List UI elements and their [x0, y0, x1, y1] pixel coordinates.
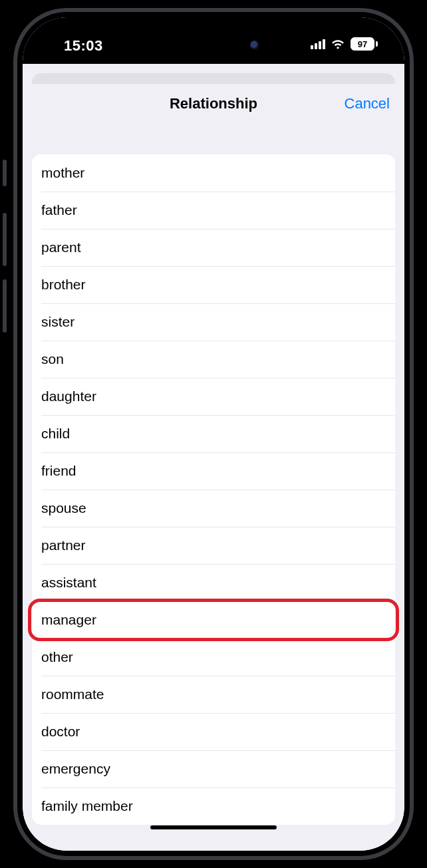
modal-sheet: Relationship Cancel motherfatherparentbr…: [23, 84, 404, 851]
front-camera-icon: [250, 41, 259, 50]
status-right-cluster: 97: [311, 37, 378, 51]
navbar: Relationship Cancel: [23, 84, 404, 124]
relationship-option-sister[interactable]: sister: [32, 303, 395, 341]
relationship-option-emergency[interactable]: emergency: [32, 750, 395, 788]
relationship-option-father[interactable]: father: [32, 192, 395, 229]
relationship-option-manager[interactable]: manager: [32, 601, 395, 639]
relationship-option-assistant[interactable]: assistant: [32, 564, 395, 601]
relationship-option-spouse[interactable]: spouse: [32, 490, 395, 527]
dynamic-island: [157, 31, 270, 60]
battery-icon: 97: [351, 37, 378, 51]
battery-percent: 97: [358, 39, 367, 49]
relationship-option-son[interactable]: son: [32, 341, 395, 378]
status-time: 15:03: [64, 37, 103, 55]
relationship-option-mother[interactable]: mother: [32, 154, 395, 192]
relationship-option-other[interactable]: other: [32, 639, 395, 676]
relationship-option-brother[interactable]: brother: [32, 266, 395, 303]
page-title: Relationship: [170, 95, 257, 112]
cancel-button[interactable]: Cancel: [345, 95, 390, 112]
cellular-icon: [311, 39, 325, 49]
silence-switch: [3, 160, 7, 186]
relationship-option-child[interactable]: child: [32, 415, 395, 452]
relationship-option-friend[interactable]: friend: [32, 452, 395, 490]
relationship-option-doctor[interactable]: doctor: [32, 713, 395, 750]
volume-down-button: [3, 279, 7, 333]
relationship-option-daughter[interactable]: daughter: [32, 378, 395, 415]
relationship-option-partner[interactable]: partner: [32, 527, 395, 564]
home-indicator[interactable]: [150, 825, 277, 829]
relationship-option-family-member[interactable]: family member: [32, 788, 395, 825]
relationship-option-parent[interactable]: parent: [32, 229, 395, 266]
volume-up-button: [3, 213, 7, 266]
wifi-icon: [331, 39, 345, 49]
relationship-option-roommate[interactable]: roommate: [32, 676, 395, 713]
relationship-list: motherfatherparentbrothersistersondaught…: [32, 154, 395, 825]
